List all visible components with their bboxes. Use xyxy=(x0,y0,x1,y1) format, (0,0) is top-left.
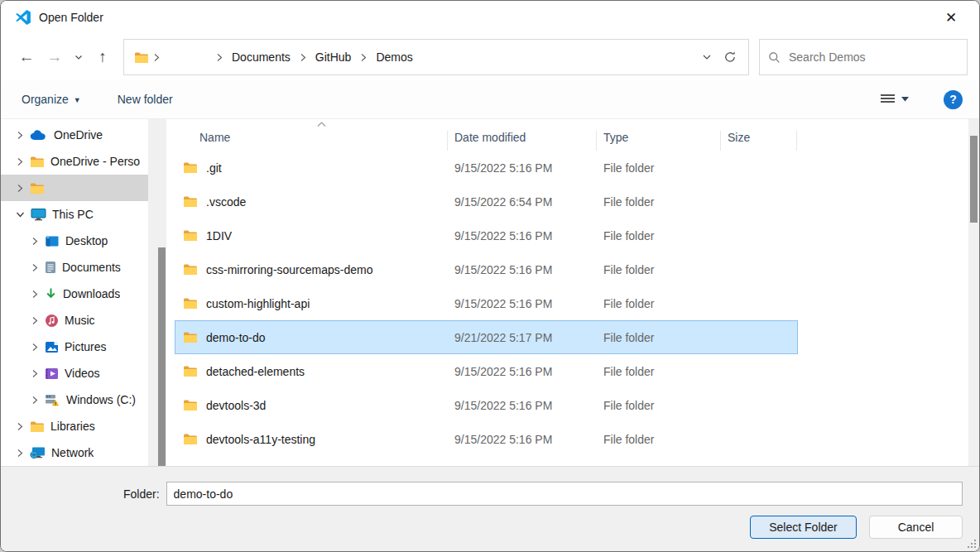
folder-icon xyxy=(183,229,198,242)
close-icon[interactable]: ✕ xyxy=(936,5,966,30)
change-view-button[interactable] xyxy=(876,90,914,108)
sidebar-item-label: Music xyxy=(65,314,95,327)
sidebar-item-libraries[interactable]: Libraries xyxy=(1,413,166,439)
open-folder-dialog: Open Folder ✕ ← → ↑ DocumentsGitHubDemos xyxy=(0,0,980,552)
file-row-detached-elements[interactable]: detached-elements9/15/2022 5:16 PMFile f… xyxy=(175,354,798,388)
back-icon[interactable]: ← xyxy=(12,43,41,71)
file-name: demo-to-do xyxy=(206,331,266,344)
address-bar[interactable]: DocumentsGitHubDemos xyxy=(123,39,749,75)
file-name-cell: .git xyxy=(175,161,448,175)
file-row-devtools-3d[interactable]: devtools-3d9/15/2022 5:16 PMFile folder xyxy=(175,388,798,422)
sidebar-item-label: Windows (C:) xyxy=(66,393,136,406)
file-name-cell: custom-highlight-api xyxy=(175,297,448,310)
file-row-devtools-animations[interactable]: devtools-animations9/15/2022 5:16 PMFile… xyxy=(175,456,798,466)
resize-grip[interactable] xyxy=(965,537,977,549)
file-name: devtools-a11y-testing xyxy=(206,433,315,446)
new-folder-button[interactable]: New folder xyxy=(118,93,173,106)
organize-button[interactable]: Organize ▼ xyxy=(22,93,81,106)
up-icon[interactable]: ↑ xyxy=(89,43,117,71)
file-type: File folder xyxy=(597,331,721,344)
file-rows: .git9/15/2022 5:16 PMFile folder.vscode9… xyxy=(175,151,979,466)
file-row-custom-highlight-api[interactable]: custom-highlight-api9/15/2022 5:16 PMFil… xyxy=(175,286,798,320)
search-input[interactable] xyxy=(789,50,958,64)
sidebar-item-label: Downloads xyxy=(63,287,120,300)
breadcrumb-segment-demos[interactable]: Demos xyxy=(371,50,417,64)
onedrive-icon xyxy=(30,129,48,141)
help-icon[interactable]: ? xyxy=(944,90,963,109)
breadcrumb-chevron-icon xyxy=(215,53,223,62)
organize-label: Organize xyxy=(22,93,69,106)
filelist-scrollbar-thumb[interactable] xyxy=(970,136,978,223)
sidebar-item-documents[interactable]: Documents xyxy=(1,254,166,281)
breadcrumb-chevron-icon xyxy=(359,53,368,62)
file-name: .vscode xyxy=(206,195,246,209)
search-box[interactable] xyxy=(759,39,968,75)
sort-ascending-icon xyxy=(317,121,324,128)
folder-icon xyxy=(183,331,198,343)
sidebar-item-desktop[interactable]: Desktop xyxy=(1,228,166,254)
file-row-vscode[interactable]: .vscode9/15/2022 6:54 PMFile folder xyxy=(175,185,798,218)
folder-icon xyxy=(183,433,198,445)
sidebar-scrollbar-thumb[interactable] xyxy=(158,247,166,466)
file-name-cell: devtools-3d xyxy=(175,399,448,412)
breadcrumb-segment-github[interactable]: GitHub xyxy=(310,50,357,64)
sidebar-scrollbar-track[interactable] xyxy=(148,119,166,466)
file-type: File folder xyxy=(597,365,721,378)
file-type: File folder xyxy=(597,263,721,276)
column-header-name[interactable]: Name xyxy=(175,131,448,151)
chevron-right-icon xyxy=(31,369,39,378)
file-name: detached-elements xyxy=(206,365,305,378)
file-row-git[interactable]: .git9/15/2022 5:16 PMFile folder xyxy=(175,151,798,185)
folder-icon xyxy=(183,195,198,208)
breadcrumb-segment-documents[interactable]: Documents xyxy=(227,50,295,64)
filelist-scrollbar-track[interactable] xyxy=(968,119,979,466)
desktop-icon xyxy=(45,235,60,247)
pictures-icon xyxy=(45,341,59,353)
sidebar-item-network[interactable]: Network xyxy=(1,439,166,466)
file-row-1div[interactable]: 1DIV9/15/2022 5:16 PMFile folder xyxy=(175,218,798,252)
sidebar-item-label: OneDrive - Perso xyxy=(50,155,140,168)
file-row-devtools-a11y-testing[interactable]: devtools-a11y-testing9/15/2022 5:16 PMFi… xyxy=(175,422,798,456)
select-folder-button[interactable]: Select Folder xyxy=(750,516,857,539)
column-header-size[interactable]: Size xyxy=(721,131,797,151)
chevron-right-icon xyxy=(31,263,39,272)
sidebar-item-label: Documents xyxy=(62,261,121,274)
folder-icon xyxy=(183,161,198,174)
sidebar-item-music[interactable]: Music xyxy=(1,307,166,334)
sidebar-item-label: Libraries xyxy=(50,420,95,433)
sidebar-item-pictures[interactable]: Pictures xyxy=(1,334,166,360)
file-type: File folder xyxy=(597,161,721,175)
sidebar-item-downloads[interactable]: Downloads xyxy=(1,281,166,307)
dialog-footer: Folder: Select Folder Cancel xyxy=(1,466,979,552)
sidebar-item-videos[interactable]: Videos xyxy=(1,360,166,386)
date-modified: 9/15/2022 5:16 PM xyxy=(448,263,597,276)
chevron-right-icon xyxy=(31,290,39,299)
file-name: 1DIV xyxy=(206,229,232,242)
refresh-icon[interactable] xyxy=(723,50,737,64)
date-modified: 9/21/2022 5:17 PM xyxy=(448,331,597,344)
network-icon xyxy=(30,446,46,459)
breadcrumb-chevron-icon xyxy=(299,53,307,62)
column-headers: NameDate modifiedTypeSize xyxy=(175,119,979,151)
music-icon xyxy=(45,314,59,328)
sidebar-item-onedrive-perso[interactable]: OneDrive - Perso xyxy=(1,148,166,175)
file-row-css-mirroring-sourcemaps-demo[interactable]: css-mirroring-sourcemaps-demo9/15/2022 5… xyxy=(175,252,798,286)
column-header-date-modified[interactable]: Date modified xyxy=(448,131,597,151)
folder-name-input[interactable] xyxy=(166,482,963,506)
sidebar-item-selected-folder[interactable] xyxy=(1,175,166,201)
address-dropdown-chevron-icon[interactable] xyxy=(702,52,712,62)
main-area: OneDriveOneDrive - PersoThis PCDesktopDo… xyxy=(1,119,979,466)
file-type: File folder xyxy=(597,229,721,242)
column-header-type[interactable]: Type xyxy=(597,131,721,151)
recent-locations-chevron-icon[interactable] xyxy=(69,43,89,71)
cancel-button[interactable]: Cancel xyxy=(869,516,963,539)
folder-field-label: Folder: xyxy=(123,487,160,501)
file-row-demo-to-do[interactable]: demo-to-do9/21/2022 5:17 PMFile folder xyxy=(175,320,798,354)
folder-icon xyxy=(134,51,149,64)
sidebar-item-windows-c[interactable]: Windows (C:) xyxy=(1,386,166,413)
folder-icon xyxy=(183,263,198,276)
list-view-icon xyxy=(881,94,895,105)
sidebar-item-onedrive[interactable]: OneDrive xyxy=(1,122,166,148)
forward-icon[interactable]: → xyxy=(41,43,69,71)
sidebar-item-this-pc[interactable]: This PC xyxy=(1,201,166,228)
